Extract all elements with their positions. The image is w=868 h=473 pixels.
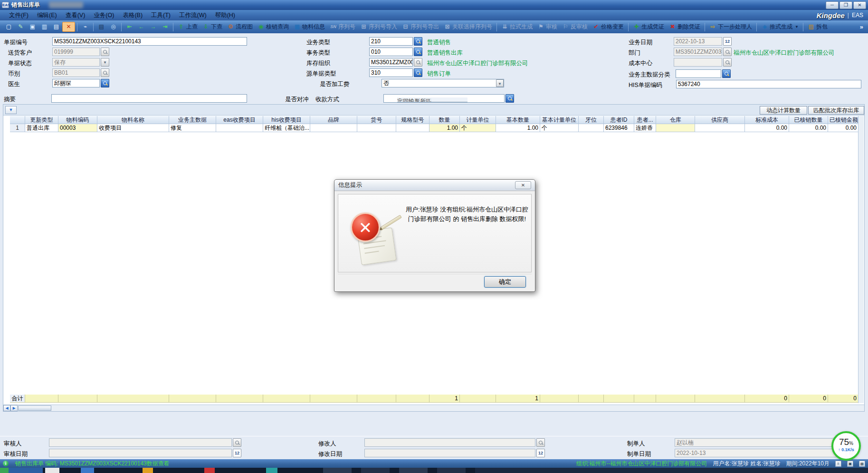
taskbar-item[interactable] [204, 468, 215, 473]
ok-button[interactable]: 确定 [484, 276, 526, 288]
lookup-icon-ydjlx[interactable] [414, 68, 422, 77]
menu-item-7[interactable]: 工作流(W) [175, 10, 211, 20]
toolbar-print-icon[interactable]: ▤ [95, 22, 107, 31]
grid-cell[interactable]: 1.00 [496, 124, 540, 132]
lookup-icon-swlx[interactable] [414, 48, 422, 56]
column-header-14[interactable]: 牙位 [579, 116, 604, 124]
field-link-ywlx[interactable]: 普通销售 [427, 39, 451, 47]
field-input-swlx[interactable]: 010 [369, 48, 413, 56]
taskbar-item[interactable] [323, 468, 352, 473]
lookup-icon-ywzsjfl[interactable] [722, 69, 731, 78]
grid-cell[interactable]: 0.00 [745, 124, 789, 132]
toolbar-button-delete-voucher[interactable]: ✖删除凭证 [667, 22, 703, 32]
field-input-zy[interactable] [51, 94, 247, 103]
field-input-his[interactable]: 5367240 [676, 80, 861, 88]
column-header-6[interactable]: his收费项目 [263, 116, 310, 124]
toolbar-button-query-up[interactable]: ⇧上查 [175, 22, 200, 32]
toolbar-button-material-info[interactable]: ▦物料信息 [291, 22, 327, 32]
grid-cell[interactable]: 连娇香 [634, 124, 656, 132]
menu-item-2[interactable]: 编辑(E) [33, 10, 61, 20]
grid-cell[interactable] [656, 124, 695, 132]
horizontal-scrollbar[interactable]: ◀ ▶ [3, 405, 864, 411]
field-link-bm[interactable]: 福州市仓山区中泽口腔门诊部有限公司 [734, 49, 835, 57]
toolbar-last-record-icon[interactable]: ⇥ [159, 22, 171, 31]
column-header-5[interactable]: eas收费项目 [216, 116, 263, 124]
grid-cell[interactable]: 6239846 [604, 124, 634, 132]
column-header-9[interactable]: 规格型号 [396, 116, 429, 124]
field-input-ydjlx[interactable]: 310 [369, 68, 413, 77]
menu-item-6[interactable]: 工具(T) [147, 10, 175, 20]
column-header-13[interactable]: 基本计量单位 [540, 116, 579, 124]
grid-cell[interactable]: 0.00 [828, 124, 858, 132]
toolbar-button-next-handler[interactable]: ⇨下一步处理人 [707, 22, 754, 32]
toolbar-edit-icon[interactable]: ✎ [15, 22, 27, 31]
column-header-21[interactable]: 已核销金额 [828, 116, 858, 124]
grid-action-button-1[interactable]: 动态计算数量 [760, 106, 807, 115]
dialog-close-icon[interactable]: ✕ [515, 181, 531, 189]
field-input-ys[interactable]: 邱丽琛 [52, 79, 100, 87]
field-link-swlx[interactable]: 普通销售出库 [427, 49, 463, 57]
status-save-icon[interactable]: ▣ [847, 461, 853, 467]
grid-cell[interactable]: 00003 [58, 124, 97, 132]
filter-icon[interactable]: ▼ [5, 106, 17, 114]
scroll-thumb[interactable] [18, 405, 51, 411]
grid-cell[interactable] [396, 124, 429, 132]
column-header-19[interactable]: 标准成本 [745, 116, 789, 124]
column-header-8[interactable]: 货号 [357, 116, 396, 124]
column-header-17[interactable]: 仓库 [656, 116, 695, 124]
toolbar-save-as-icon[interactable]: ▥ [38, 22, 50, 31]
menu-item-8[interactable]: 帮助(H) [211, 10, 239, 20]
taskbar-item[interactable] [399, 468, 428, 473]
toolbar-button-price-change[interactable]: ✔价格变更 [590, 22, 626, 32]
column-header-20[interactable]: 已核销数量 [789, 116, 828, 124]
minimize-button[interactable]: ─ [826, 1, 839, 9]
scroll-left-icon[interactable]: ◀ [3, 405, 10, 411]
toolbar-button-flowchart[interactable]: ⚙流程图 [225, 22, 255, 32]
chevron-down-icon[interactable]: ▼ [795, 25, 799, 29]
toolbar-previous-record-icon[interactable]: ← [135, 22, 147, 31]
column-header-10[interactable]: 数量 [429, 116, 460, 124]
grid-cell[interactable]: 纤维桩（基础治... [263, 124, 310, 132]
taskbar-item[interactable] [9, 468, 43, 473]
lookup-icon-ys[interactable] [101, 79, 109, 87]
field-link-kczz[interactable]: 福州市仓山区中泽口腔门诊部有限公司 [427, 59, 528, 68]
field-link-ydjlx[interactable]: 销售订单 [427, 70, 451, 78]
column-header-16[interactable]: 患者... [634, 116, 656, 124]
toolbar-button-create-voucher[interactable]: ✚生成凭证 [630, 22, 667, 32]
toolbar-button-unpack[interactable]: ▨拆包 [805, 22, 830, 32]
column-header-0[interactable] [10, 116, 25, 124]
toolbar-new-document-icon[interactable]: ▢ [3, 22, 15, 31]
toolbar-save-icon[interactable]: ▣ [27, 22, 38, 31]
grid-cell[interactable]: 普通出库 [25, 124, 58, 132]
menu-item-5[interactable]: 表格(B) [118, 10, 147, 20]
column-header-1[interactable]: 更新类型 [25, 116, 58, 124]
taskbar-item[interactable] [266, 468, 277, 473]
taskbar-item[interactable] [143, 468, 153, 473]
grid-cell[interactable] [357, 124, 396, 132]
close-button[interactable]: ✕ [853, 1, 866, 9]
taskbar-item[interactable] [0, 468, 9, 473]
speed-widget[interactable]: 75% ↑ 0.1K/s [831, 431, 861, 461]
grid-cell[interactable] [216, 124, 263, 132]
grid-cell[interactable] [695, 124, 745, 132]
toolbar-button-writeoff-query[interactable]: ◉核销查询 [255, 22, 291, 32]
menu-item-4[interactable]: 业务(O) [89, 10, 118, 20]
windows-taskbar[interactable] [0, 468, 868, 473]
menu-item-3[interactable]: 查看(V) [61, 10, 90, 20]
maximize-button[interactable]: ❐ [839, 1, 852, 9]
column-header-4[interactable]: 业务主数据 [169, 116, 216, 124]
taskbar-item[interactable] [81, 468, 94, 473]
grid-cell[interactable] [310, 124, 357, 132]
field-input-djbh[interactable]: MS3501ZZMZ003XSCK22100143 [52, 37, 247, 46]
column-header-15[interactable]: 患者ID [604, 116, 634, 124]
column-header-2[interactable]: 物料编码 [58, 116, 97, 124]
lookup-icon-sfdc[interactable] [506, 94, 514, 103]
field-input-ywzsjfl[interactable] [676, 69, 721, 78]
taskbar-item[interactable] [437, 468, 466, 473]
taskbar-item[interactable] [361, 468, 390, 473]
status-list-icon[interactable]: ≡ [835, 461, 841, 467]
grid-cell[interactable]: 个 [540, 124, 579, 132]
column-header-12[interactable]: 基本数量 [496, 116, 540, 124]
column-header-3[interactable]: 物料名称 [97, 116, 169, 124]
column-header-11[interactable]: 计量单位 [460, 116, 496, 124]
